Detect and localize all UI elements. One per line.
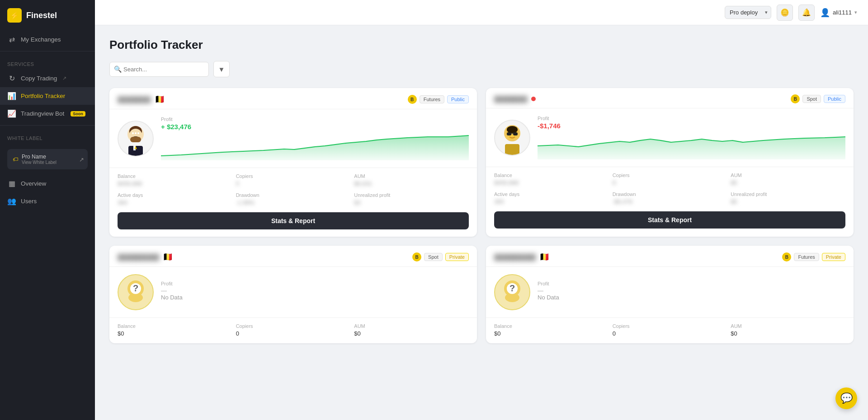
portfolio-card-2: ████████ B Spot Public (486, 88, 854, 237)
card-2-unrealized-profit: Unrealized profit $5 (731, 191, 845, 205)
overview-icon: ▦ (7, 179, 16, 188)
white-label-external-icon[interactable]: ↗ (79, 156, 84, 163)
binance-icon-2: B (791, 94, 800, 103)
card-4-balance: Balance $0 (494, 323, 609, 337)
main-content: Pro deploy Basic Pro 🪙 🔔 👤 ali1111 ▾ Por… (95, 0, 868, 420)
card-2-copiers-value: 8 (613, 179, 727, 186)
card-3-aum: AUM $0 (354, 323, 469, 337)
binance-icon-1: B (408, 95, 417, 104)
tradingview-icon: 📈 (7, 109, 16, 118)
card-1-copiers: Copiers 5 (236, 173, 351, 187)
card-3-chart-area: Profit — No Data (161, 281, 469, 303)
plan-selector[interactable]: Pro deploy Basic Pro (725, 6, 771, 19)
users-icon: 👥 (7, 197, 16, 205)
card-1-stats-report-btn[interactable]: Stats & Report (118, 212, 469, 229)
card-1-avatar (118, 121, 154, 157)
card-1-flag: 🇧🇪 (155, 94, 165, 104)
search-bar: 🔍 ▼ (109, 61, 854, 77)
card-4-name: ██████████ (494, 254, 536, 261)
card-3-profit-label: Profit (161, 281, 469, 286)
exchanges-icon: ⇄ (7, 35, 16, 44)
tag-icon: 🏷 (13, 156, 18, 163)
card-4-header-right: B Futures Private (782, 252, 845, 261)
card-2-avatar (494, 120, 530, 156)
sidebar-item-portfolio-tracker[interactable]: 📊 Portfolio Tracker (0, 87, 95, 105)
sidebar-item-my-exchanges[interactable]: ⇄ My Exchanges (0, 31, 95, 48)
card-2-header: ████████ B Spot Public (486, 88, 854, 108)
app-name: Finestel (26, 11, 57, 20)
card-4-copiers: Copiers 0 (613, 323, 727, 337)
card-4-balance-value: $0 (494, 330, 609, 337)
notification-btn[interactable]: 🔔 (798, 5, 815, 21)
sidebar-item-overview[interactable]: ▦ Overview (0, 175, 95, 192)
sidebar-item-users[interactable]: 👥 Users (0, 192, 95, 210)
card-4-profit-nodata: No Data (538, 294, 845, 301)
user-avatar-icon: 👤 (820, 8, 830, 18)
card-2-drawdown: Drawdown -$6,478 (613, 191, 727, 205)
sidebar-item-copy-trading[interactable]: ↻ Copy Trading ↗ (0, 70, 95, 87)
card-4-type-tag: Futures (794, 253, 819, 261)
card-3-profit-nodata: No Data (161, 294, 469, 301)
avatar-svg-2 (495, 121, 529, 155)
plan-selector-wrapper[interactable]: Pro deploy Basic Pro (725, 6, 771, 19)
card-3-profit-dash: — (161, 287, 469, 294)
card-2-name: ████████ (494, 96, 528, 103)
white-label-section: 🏷 Pro Name View White Label ↗ (0, 144, 95, 175)
filter-button[interactable]: ▼ (213, 61, 230, 77)
card-2-drawdown-value: -$6,478 (613, 198, 727, 205)
card-3-copiers-value: 0 (236, 330, 351, 337)
card-2-active-days: Active days 365 (494, 191, 609, 205)
card-2-header-left: ████████ (494, 96, 536, 103)
bell-icon: 🔔 (802, 8, 811, 17)
user-menu[interactable]: 👤 ali1111 ▾ (820, 8, 857, 18)
card-3-type-tag: Spot (424, 253, 443, 261)
card-2-footer: Stats & Report (486, 211, 854, 236)
card-1-header-right: B Futures Public (408, 95, 469, 104)
binance-icon-3: B (412, 252, 421, 261)
card-4-copiers-value: 0 (613, 330, 727, 337)
card-3-visibility-tag: Private (445, 253, 469, 261)
card-1-visibility-tag: Public (447, 95, 469, 103)
svg-point-15 (507, 126, 518, 133)
card-1-drawdown-value: -1.99% (236, 199, 351, 206)
card-2-header-right: B Spot Public (791, 94, 845, 103)
avatar-svg-4: ? (495, 275, 529, 309)
card-1-active-days: Active days 384 (118, 192, 232, 206)
card-3-balance-value: $0 (118, 330, 232, 337)
card-4-header-left: ██████████ 🇧🇪 (494, 252, 549, 262)
card-icon-btn[interactable]: 🪙 (777, 5, 793, 21)
card-1-balance: Balance $456,888 (118, 173, 232, 187)
card-3-header: ██████████ 🇧🇪 B Spot Private (109, 246, 477, 267)
card-2-body: Profit -$1,746 (486, 108, 854, 167)
soon-badge: Soon (71, 111, 85, 117)
card-4-profit-dash: — (538, 287, 845, 294)
card-1-stats: Balance $456,888 Copiers 5 AUM $6,631 Ac… (109, 168, 477, 212)
user-chevron-icon: ▾ (854, 9, 857, 15)
avatar-svg-3: ? (118, 275, 153, 309)
copy-trading-icon: ↻ (7, 74, 16, 83)
page-title: Portfolio Tracker (109, 38, 854, 52)
portfolio-card-1: ████████ 🇧🇪 B Futures Public (109, 88, 477, 237)
white-label-view: View White Label (22, 160, 57, 165)
white-label-box[interactable]: 🏷 Pro Name View White Label ↗ (7, 149, 88, 169)
sidebar-divider-2 (0, 125, 95, 126)
card-1-profit-label: Profit (161, 117, 469, 122)
search-input[interactable] (109, 62, 209, 77)
logo-icon: ⚡ (7, 8, 22, 23)
card-1-body: Profit + $23,476 (109, 109, 477, 168)
sidebar-item-tradingview-bot[interactable]: 📈 Tradingview Bot Soon (0, 105, 95, 122)
card-2-profit-value: -$1,746 (538, 122, 845, 130)
sidebar-divider-1 (0, 51, 95, 51)
filter-icon: ▼ (218, 65, 225, 73)
chat-icon: 💬 (840, 392, 853, 404)
card-2-stats: Balance $456,888 Copiers 8 AUM $5 Active… (486, 167, 854, 211)
card-2-stats-report-btn[interactable]: Stats & Report (494, 211, 845, 229)
card-2-profit-label: Profit (538, 116, 845, 121)
card-4-profit-label: Profit (538, 281, 845, 286)
app-logo[interactable]: ⚡ Finestel (0, 0, 95, 31)
card-3-copiers: Copiers 0 (236, 323, 351, 337)
card-1-unrealized-value: $3 (354, 199, 469, 206)
chat-bubble[interactable]: 💬 (835, 387, 857, 409)
search-icon: 🔍 (114, 65, 122, 73)
card-4-aum-value: $0 (731, 330, 845, 337)
